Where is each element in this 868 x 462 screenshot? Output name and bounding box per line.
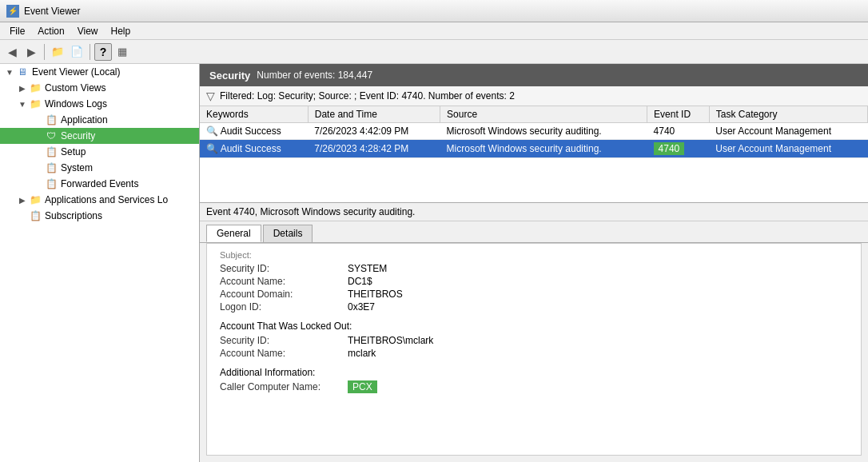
windows-logs-expander: ▼ — [16, 98, 29, 110]
tree-item-forwarded-events[interactable]: ▶ 📋 Forwarded Events — [0, 176, 199, 192]
app-log-icon: 📋 — [45, 114, 58, 126]
app-icon: ⚡ — [6, 5, 19, 18]
highlight-value: PCX — [348, 380, 377, 393]
tree-item-system[interactable]: ▶ 📋 System — [0, 160, 199, 176]
col-source[interactable]: Source — [440, 106, 647, 123]
filter-icon: ▽ — [206, 90, 215, 102]
event-detail-title: Event 4740, Microsoft Windows security a… — [206, 206, 415, 217]
tree-item-application[interactable]: ▶ 📋 Application — [0, 112, 199, 128]
table-header-row: Keywords Date and Time Source Event ID T… — [200, 106, 868, 123]
menu-help[interactable]: Help — [105, 24, 137, 38]
main-layout: ▼ 🖥 Event Viewer (Local) ▶ 📁 Custom View… — [0, 64, 868, 462]
setup-icon: 📋 — [45, 145, 58, 158]
audit-icon: 🔍 — [206, 125, 221, 137]
event-count: Number of events: 184,447 — [257, 70, 372, 81]
col-taskcategory[interactable]: Task Category — [709, 106, 867, 123]
subscriptions-icon: 📋 — [29, 209, 42, 222]
left-panel: ▼ 🖥 Event Viewer (Local) ▶ 📁 Custom View… — [0, 64, 200, 462]
toolbar-separator-2 — [90, 44, 90, 60]
event-table: Keywords Date and Time Source Event ID T… — [200, 106, 868, 158]
root-expander: ▼ — [3, 66, 16, 78]
cell-datetime: 7/26/2023 4:28:42 PM — [308, 140, 440, 158]
toolbar: ◀ ▶ 📁 📄 ? ▦ — [0, 40, 868, 64]
table-row[interactable]: 🔍 Audit Success7/26/2023 4:28:42 PMMicro… — [200, 140, 868, 158]
cell-eventid: 4740 — [647, 123, 710, 140]
detail-value: THEITBROS — [348, 289, 403, 300]
tree-item-subscriptions[interactable]: ▶ 📋 Subscriptions — [0, 208, 199, 224]
menu-action[interactable]: Action — [31, 24, 70, 38]
monitor-icon: 🖥 — [16, 66, 29, 78]
cell-keywords: 🔍 Audit Success — [200, 140, 308, 158]
audit-icon: 🔍 — [206, 143, 221, 154]
detail-row: Account Name:mclark — [220, 348, 848, 359]
system-icon: 📋 — [45, 161, 58, 174]
detail-content: Subject: Security ID:SYSTEMAccount Name:… — [206, 243, 862, 456]
detail-row: Caller Computer Name:PCX — [220, 381, 848, 392]
event-id-badge: 4740 — [654, 142, 685, 155]
security-label: Security — [61, 130, 95, 141]
detail-value: PCX — [348, 381, 377, 392]
system-label: System — [61, 162, 93, 173]
detail-row: Security ID:SYSTEM — [220, 263, 848, 274]
detail-key: Security ID: — [220, 263, 348, 274]
app-services-expander: ▶ — [16, 193, 29, 206]
detail-row: Account Domain:THEITBROS — [220, 289, 848, 300]
detail-section: Additional Information:Caller Computer N… — [220, 367, 848, 392]
tab-details[interactable]: Details — [263, 225, 313, 242]
filter-bar: ▽ Filtered: Log: Security; Source: ; Eve… — [200, 86, 868, 106]
folder-icon-2: 📁 — [29, 98, 42, 110]
detail-key: Account Name: — [220, 348, 348, 359]
cell-taskcategory: User Account Management — [709, 123, 867, 140]
detail-value: DC1$ — [348, 276, 372, 287]
security-icon: 🛡 — [45, 129, 58, 142]
right-panel: Security Number of events: 184,447 ▽ Fil… — [200, 64, 868, 462]
setup-label: Setup — [61, 146, 86, 157]
detail-key: Security ID: — [220, 335, 348, 346]
detail-row: Logon ID:0x3E7 — [220, 301, 848, 313]
forwarded-events-icon: 📋 — [45, 177, 58, 190]
detail-key: Account Name: — [220, 276, 348, 287]
scroll-hint: Subject: — [220, 250, 848, 260]
event-detail-header: Event 4740, Microsoft Windows security a… — [200, 202, 868, 221]
col-datetime[interactable]: Date and Time — [308, 106, 440, 123]
event-table-container: Keywords Date and Time Source Event ID T… — [200, 106, 868, 202]
menu-file[interactable]: File — [3, 24, 31, 38]
cell-source: Microsoft Windows security auditing. — [440, 123, 647, 140]
menu-view[interactable]: View — [71, 24, 105, 38]
forward-button[interactable]: ▶ — [22, 43, 40, 61]
custom-views-expander: ▶ — [16, 82, 29, 94]
detail-value: SYSTEM — [348, 263, 387, 274]
detail-value: THEITBROS\mclark — [348, 335, 433, 346]
detail-row: Account Name:DC1$ — [220, 276, 848, 287]
forwarded-events-label: Forwarded Events — [61, 178, 138, 189]
cell-taskcategory: User Account Management — [709, 140, 867, 158]
detail-key: Account Domain: — [220, 289, 348, 300]
custom-views-label: Custom Views — [45, 82, 106, 94]
application-label: Application — [61, 114, 108, 125]
tab-general[interactable]: General — [206, 225, 261, 242]
detail-section: Security ID:SYSTEMAccount Name:DC1$Accou… — [220, 263, 848, 313]
subscriptions-label: Subscriptions — [45, 210, 102, 221]
console-button[interactable]: ▦ — [113, 43, 131, 61]
tree-item-windows-logs[interactable]: ▼ 📁 Windows Logs — [0, 96, 199, 112]
cell-datetime: 7/26/2023 4:42:09 PM — [308, 123, 440, 140]
toolbar-separator-1 — [44, 44, 45, 60]
detail-tabs: General Details — [200, 221, 868, 243]
table-row[interactable]: 🔍 Audit Success7/26/2023 4:42:09 PMMicro… — [200, 123, 868, 140]
col-keywords[interactable]: Keywords — [200, 106, 308, 123]
col-eventid[interactable]: Event ID — [647, 106, 710, 123]
detail-section: Account That Was Locked Out:Security ID:… — [220, 321, 848, 359]
detail-section-title: Additional Information: — [220, 367, 848, 378]
tree-root[interactable]: ▼ 🖥 Event Viewer (Local) — [0, 64, 199, 80]
help-button[interactable]: ? — [94, 43, 112, 61]
tree-item-security[interactable]: ▶ 🛡 Security — [0, 128, 199, 144]
detail-row: Security ID:THEITBROS\mclark — [220, 335, 848, 346]
properties-button[interactable]: 📄 — [68, 43, 86, 61]
tree-item-setup[interactable]: ▶ 📋 Setup — [0, 144, 199, 160]
detail-value: mclark — [348, 348, 376, 359]
tree-item-custom-views[interactable]: ▶ 📁 Custom Views — [0, 80, 199, 96]
back-button[interactable]: ◀ — [3, 43, 21, 61]
tree-item-app-services[interactable]: ▶ 📁 Applications and Services Lo — [0, 192, 199, 208]
folder-button[interactable]: 📁 — [49, 43, 66, 61]
title-bar: ⚡ Event Viewer — [0, 0, 868, 22]
